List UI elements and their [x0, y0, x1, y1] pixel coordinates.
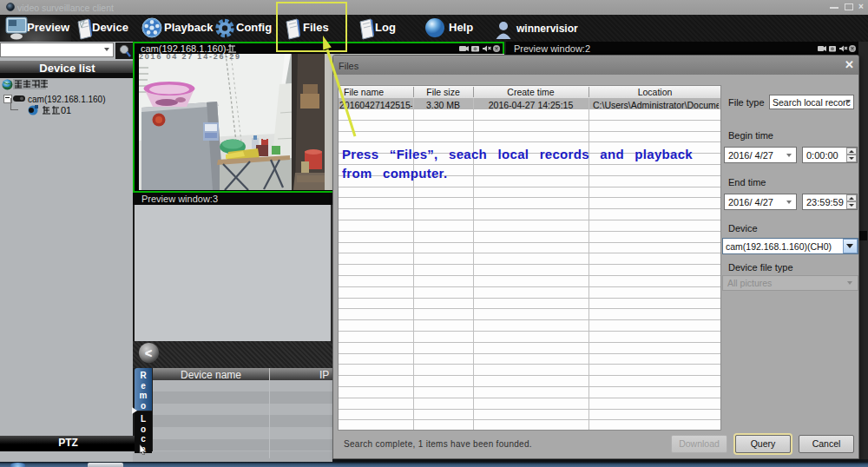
svg-text:2016 04 27 14-26-29: 2016 04 27 14-26-29: [139, 54, 241, 61]
